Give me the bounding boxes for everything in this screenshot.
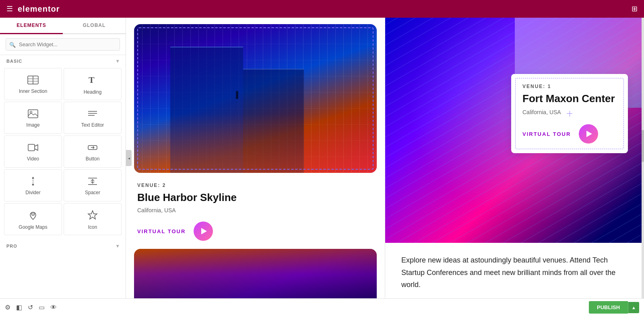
main-layout: ELEMENTS GLOBAL 🔍 BASIC ▾ [0,18,644,298]
google-maps-label: Google Maps [19,224,47,230]
venues-row: ▌ VENUE: 2 Blue Harbor Skyline Californi… [126,18,644,298]
top-bar: ☰ elementor ⊞ [0,0,644,18]
description-text: Explore new ideas at astoundingly beauti… [401,254,628,291]
svg-marker-18 [32,177,34,179]
divider-icon [28,177,38,187]
elementor-logo: elementor [18,4,60,14]
widget-spacer[interactable]: Spacer [64,169,122,201]
venue1-number: VENUE: 1 [522,84,617,89]
venue1-play-button[interactable] [579,124,598,144]
venue1-name: Fort Maxon Center [522,92,617,105]
video-label: Video [27,156,39,162]
widget-image[interactable]: Image [4,102,62,134]
venue1-play-triangle-icon [586,131,592,137]
video-icon [28,143,38,154]
inner-section-icon [27,76,39,86]
widgets-grid: Inner Section T Heading [0,66,126,237]
venue2-play-button[interactable] [194,222,213,241]
image-label: Image [26,122,39,128]
widget-text-editor[interactable]: Text Editor [64,102,122,134]
cursor-indicator: ▌ [236,91,238,95]
settings-icon[interactable]: ⚙ [5,304,10,311]
venue2-number: VENUE: 2 [137,183,374,188]
venue1-card-overlay: VENUE: 1 Fort Maxon Center California, U… [511,74,628,153]
canvas-area: ▌ VENUE: 2 Blue Harbor Skyline Californi… [126,18,644,298]
icon-label: Icon [88,224,97,230]
spacer-icon [87,177,98,187]
venue2-info: VENUE: 2 Blue Harbor Skyline California,… [126,173,385,249]
grid-icon[interactable]: ⊞ [632,4,638,13]
svg-marker-19 [32,184,34,186]
chevron-down-icon: ▾ [116,58,119,64]
sidebar: ELEMENTS GLOBAL 🔍 BASIC ▾ [0,18,126,298]
collapse-handle[interactable]: ◂ [126,150,132,166]
chevron-down-icon-pro: ▾ [116,243,119,249]
section-pro-label: PRO ▾ [0,240,126,251]
venue-right-card: VENUE: 1 Fort Maxon Center California, U… [385,18,644,298]
venue2-bottom-image [134,249,377,298]
venue2-name: Blue Harbor Skyline [137,191,374,204]
venue2-image: ▌ [134,24,377,173]
hamburger-icon[interactable]: ☰ [6,4,13,13]
widget-heading[interactable]: T Heading [64,68,122,100]
button-icon [87,143,98,154]
bottom-bar: ⚙ ◧ ↺ ▭ 👁 PUBLISH ▲ [0,298,644,316]
widget-divider[interactable]: Divider [4,169,62,201]
publish-arrow-button[interactable]: ▲ [628,302,639,313]
venue1-description: Explore new ideas at astoundingly beauti… [385,243,644,298]
tab-global[interactable]: GLOBAL [63,18,126,33]
svg-rect-12 [28,144,35,151]
divider-label: Divider [25,190,40,195]
venue-left-card: ▌ VENUE: 2 Blue Harbor Skyline Californi… [126,18,385,298]
crosshair-icon [566,110,574,118]
scroll-bar[interactable] [642,18,644,298]
sidebar-tabs: ELEMENTS GLOBAL [0,18,126,34]
bottom-bar-left: ⚙ ◧ ↺ ▭ 👁 [5,304,57,311]
button-label: Button [86,156,100,162]
widget-button[interactable]: Button [64,135,122,168]
search-icon: 🔍 [9,41,16,47]
layers-icon[interactable]: ◧ [16,304,22,311]
eye-icon[interactable]: 👁 [50,304,57,311]
responsive-icon[interactable]: ▭ [39,304,45,311]
svg-point-24 [33,213,34,215]
section-basic-label: BASIC ▾ [0,55,126,66]
publish-btn-group: PUBLISH ▲ [589,301,639,314]
venue2-virtual-tour-link[interactable]: VIRTUAL TOUR [137,228,186,234]
venue1-virtual-tour-link[interactable]: VIRTUAL TouR [522,131,571,137]
widget-icon[interactable]: Icon [64,203,122,235]
widget-video[interactable]: Video [4,135,62,168]
heading-icon: T [87,75,98,87]
scroll-thumb[interactable] [642,130,644,162]
text-editor-label: Text Editor [81,122,104,128]
tab-elements[interactable]: ELEMENTS [0,18,63,34]
play-triangle-icon [201,228,207,234]
search-input[interactable] [6,38,120,51]
widget-inner-section[interactable]: Inner Section [4,68,62,100]
canvas-inner: ▌ VENUE: 2 Blue Harbor Skyline Californi… [126,18,644,298]
venue1-tour-row: VIRTUAL TouR [522,124,617,144]
history-icon[interactable]: ↺ [28,304,33,311]
search-wrapper: 🔍 [6,38,120,51]
svg-text:T: T [89,75,95,85]
spacer-label: Spacer [85,190,100,195]
maps-icon [28,210,38,222]
icon-widget-icon [87,210,98,222]
svg-marker-25 [88,211,97,219]
widget-google-maps[interactable]: Google Maps [4,203,62,235]
collapse-arrow-icon: ◂ [128,156,130,160]
image-icon [28,109,38,120]
inner-section-label: Inner Section [19,88,47,94]
venue2-tour-row: VIRTUAL TOUR [137,222,374,241]
text-editor-icon [87,109,98,120]
top-bar-left: ☰ elementor [6,4,60,14]
publish-button[interactable]: PUBLISH [589,301,628,314]
heading-label: Heading [84,89,102,95]
search-bar: 🔍 [0,34,126,55]
svg-rect-7 [28,110,38,118]
venue2-location: California, USA [137,207,374,213]
